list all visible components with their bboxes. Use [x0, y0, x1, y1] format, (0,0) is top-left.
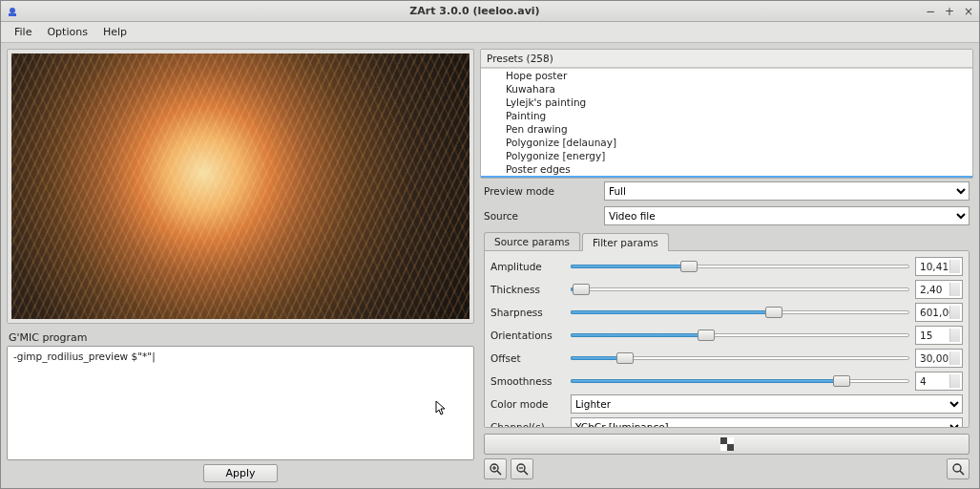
- zoom-out-button[interactable]: [511, 458, 533, 479]
- app-window: ZArt 3.0.0 (leeloo.avi) − + × File Optio…: [0, 0, 980, 489]
- param-slider[interactable]: [571, 260, 909, 273]
- preset-item[interactable]: Polygonize [delaunay]: [481, 136, 972, 149]
- param-label: Sharpness: [490, 307, 565, 318]
- param-label: Offset: [490, 352, 565, 364]
- preset-item[interactable]: Poster edges: [481, 162, 972, 176]
- preset-item[interactable]: Kuwahara: [481, 82, 972, 96]
- param-row: Sharpness601,00: [489, 301, 965, 324]
- param-slider[interactable]: [571, 283, 909, 296]
- gmic-text: -gimp_rodilius_preview $"*"|: [13, 351, 156, 362]
- preset-item[interactable]: Painting: [481, 109, 972, 122]
- param-label: Thickness: [490, 284, 565, 295]
- param-spin[interactable]: 10,41: [915, 257, 963, 276]
- zoom-row: [480, 458, 973, 479]
- source-select[interactable]: Video file: [604, 206, 970, 225]
- app-icon: [5, 4, 20, 19]
- preview-image[interactable]: [11, 53, 469, 319]
- color-mode-select[interactable]: Lighter: [571, 394, 963, 414]
- param-spin[interactable]: 30,00: [915, 349, 963, 368]
- param-slider[interactable]: [571, 374, 909, 388]
- zoom-in-button[interactable]: [484, 458, 507, 479]
- source-label: Source: [484, 210, 598, 222]
- cursor-icon: [435, 400, 447, 415]
- svg-rect-1: [9, 13, 16, 16]
- presets-list[interactable]: Hope posterKuwaharaLylejk's paintingPain…: [481, 68, 972, 178]
- channels-select[interactable]: YCbCr [luminance]: [571, 417, 963, 428]
- window-title: ZArt 3.0.0 (leeloo.avi): [26, 5, 924, 17]
- preset-item[interactable]: Pen drawing: [481, 122, 972, 136]
- preview-panel: [7, 49, 474, 324]
- titlebar: ZArt 3.0.0 (leeloo.avi) − + ×: [1, 1, 979, 22]
- menu-file[interactable]: File: [7, 24, 39, 40]
- param-row: Channel(s)YCbCr [luminance]: [489, 415, 965, 428]
- param-slider[interactable]: [571, 351, 909, 365]
- checker-icon: [720, 437, 734, 451]
- presets-panel: Presets (258) Hope posterKuwaharaLylejk'…: [480, 49, 973, 179]
- apply-button[interactable]: Apply: [203, 464, 277, 482]
- svg-line-13: [960, 471, 964, 475]
- close-button[interactable]: ×: [962, 5, 975, 18]
- menubar: File Options Help: [1, 22, 979, 43]
- param-slider[interactable]: [571, 306, 909, 319]
- zoom-fit-button[interactable]: [947, 458, 970, 479]
- gmic-textarea[interactable]: -gimp_rodilius_preview $"*"|: [7, 346, 474, 460]
- svg-rect-3: [720, 437, 727, 444]
- menu-help[interactable]: Help: [95, 24, 135, 40]
- maximize-button[interactable]: +: [943, 5, 956, 18]
- preview-mode-select[interactable]: Full: [604, 181, 970, 201]
- param-row: Thickness2,40: [489, 278, 965, 301]
- param-label: Color mode: [490, 398, 565, 410]
- right-column: Presets (258) Hope posterKuwaharaLylejk'…: [480, 49, 973, 482]
- svg-line-10: [524, 471, 528, 475]
- left-column: G'MIC program -gimp_rodilius_preview $"*…: [7, 49, 474, 482]
- preset-item[interactable]: Polygonize [energy]: [481, 149, 972, 162]
- tabs: Source params Filter params: [480, 232, 973, 250]
- minimize-button[interactable]: −: [924, 5, 937, 18]
- param-row: Orientations15: [489, 324, 965, 347]
- svg-rect-4: [727, 444, 734, 451]
- preview-mode-label: Preview mode: [484, 185, 598, 197]
- param-slider[interactable]: [571, 329, 909, 342]
- param-label: Channel(s): [490, 421, 565, 428]
- svg-point-12: [953, 464, 961, 472]
- tab-source-params[interactable]: Source params: [484, 232, 580, 250]
- param-spin[interactable]: 601,00: [915, 303, 963, 322]
- param-spin[interactable]: 2,40: [915, 280, 963, 299]
- gmic-section: G'MIC program -gimp_rodilius_preview $"*…: [7, 331, 474, 482]
- content: G'MIC program -gimp_rodilius_preview $"*…: [1, 43, 979, 488]
- gmic-label: G'MIC program: [7, 331, 474, 344]
- param-spin[interactable]: 4: [915, 372, 963, 391]
- preset-item[interactable]: Rodilius: [481, 176, 972, 178]
- filter-params-panel: Amplitude10,41Thickness2,40Sharpness601,…: [484, 250, 970, 428]
- param-label: Orientations: [490, 330, 565, 341]
- preset-item[interactable]: Hope poster: [481, 69, 972, 82]
- tab-filter-params[interactable]: Filter params: [582, 233, 669, 251]
- action-button[interactable]: [484, 434, 970, 455]
- param-row: Offset30,00: [489, 347, 965, 370]
- param-spin[interactable]: 15: [915, 326, 963, 345]
- param-row: Color modeLighter: [489, 393, 965, 415]
- svg-line-6: [497, 471, 501, 475]
- param-row: Smoothness4: [489, 370, 965, 393]
- param-label: Amplitude: [490, 261, 565, 272]
- menu-options[interactable]: Options: [39, 24, 94, 40]
- svg-point-0: [10, 8, 15, 13]
- preset-item[interactable]: Lylejk's painting: [481, 96, 972, 109]
- presets-header: Presets (258): [481, 50, 972, 68]
- param-label: Smoothness: [490, 375, 565, 387]
- param-row: Amplitude10,41: [489, 255, 965, 278]
